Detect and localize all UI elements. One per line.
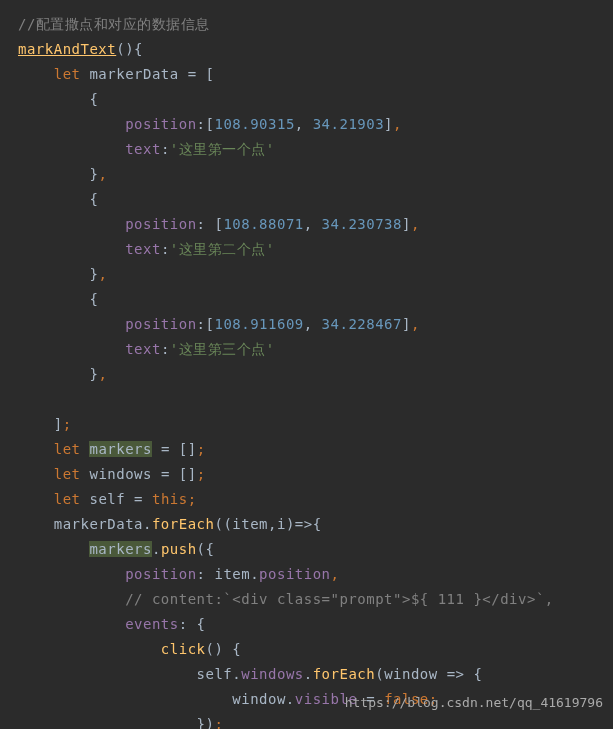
code-line: position:[108.911609, 34.228467],	[0, 312, 613, 337]
code-line: let markerData = [	[0, 62, 613, 87]
code-line: {	[0, 287, 613, 312]
code-line: text:'这里第一个点'	[0, 137, 613, 162]
code-line: markers.push({	[0, 537, 613, 562]
comment: //配置撒点和对应的数据信息	[18, 16, 210, 32]
code-line: let self = this;	[0, 487, 613, 512]
code-line: ];	[0, 412, 613, 437]
code-line	[0, 387, 613, 412]
method-name: markAndText	[18, 41, 116, 57]
code-line: {	[0, 87, 613, 112]
code-line: let markers = [];	[0, 437, 613, 462]
code-line: markerData.forEach((item,i)=>{	[0, 512, 613, 537]
code-line: let windows = [];	[0, 462, 613, 487]
code-line: //配置撒点和对应的数据信息	[0, 12, 613, 37]
code-line: text:'这里第三个点'	[0, 337, 613, 362]
watermark: https://blog.csdn.net/qq_41619796	[345, 690, 603, 715]
code-line: },	[0, 162, 613, 187]
code-line: text:'这里第二个点'	[0, 237, 613, 262]
code-line: },	[0, 362, 613, 387]
code-line: // content:`<div class="prompt">${ 111 }…	[0, 587, 613, 612]
code-line: self.windows.forEach(window => {	[0, 662, 613, 687]
code-line: position: item.position,	[0, 562, 613, 587]
code-line: position:[108.90315, 34.21903],	[0, 112, 613, 137]
code-line: {	[0, 187, 613, 212]
code-line: position: [108.88071, 34.230738],	[0, 212, 613, 237]
code-line: markAndText(){	[0, 37, 613, 62]
code-line: events: {	[0, 612, 613, 637]
code-line: },	[0, 262, 613, 287]
code-line: click() {	[0, 637, 613, 662]
